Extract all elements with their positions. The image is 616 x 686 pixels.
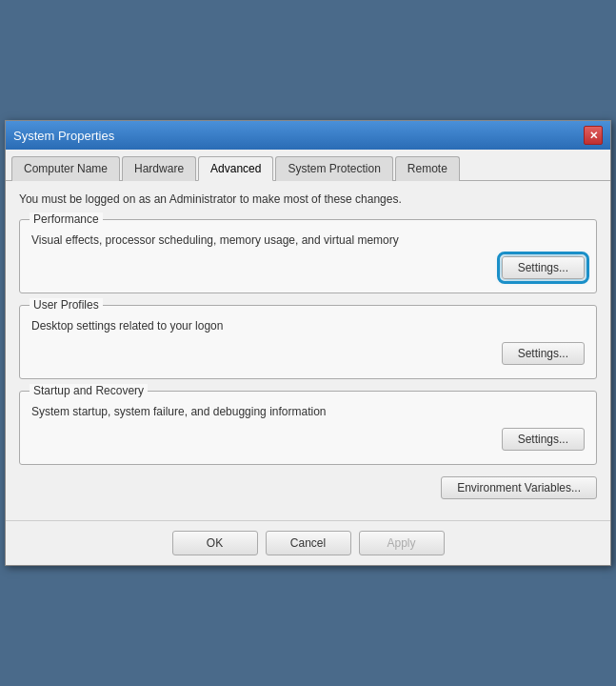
startup-recovery-group-label: Startup and Recovery [30, 384, 148, 397]
tab-computer-name[interactable]: Computer Name [11, 156, 120, 181]
tab-system-protection[interactable]: System Protection [275, 156, 392, 181]
tab-content: You must be logged on as an Administrato… [6, 181, 610, 520]
performance-desc: Visual effects, processor scheduling, me… [31, 233, 585, 247]
performance-group: Performance Visual effects, processor sc… [19, 219, 597, 293]
startup-recovery-desc: System startup, system failure, and debu… [31, 405, 585, 418]
footer: OK Cancel Apply [6, 520, 610, 565]
performance-group-label: Performance [30, 212, 103, 226]
startup-recovery-group: Startup and Recovery System startup, sys… [19, 391, 597, 465]
window-title: System Properties [13, 129, 114, 143]
titlebar: System Properties ✕ [6, 121, 610, 150]
ok-button[interactable]: OK [172, 531, 258, 555]
environment-variables-button[interactable]: Environment Variables... [441, 476, 597, 499]
cancel-button[interactable]: Cancel [266, 531, 351, 555]
user-profiles-settings-button[interactable]: Settings... [502, 342, 585, 365]
apply-button[interactable]: Apply [359, 531, 445, 555]
env-variables-row: Environment Variables... [19, 476, 597, 499]
user-profiles-desc: Desktop settings related to your logon [31, 319, 585, 333]
startup-recovery-settings-button[interactable]: Settings... [502, 428, 585, 451]
tab-advanced[interactable]: Advanced [198, 156, 273, 181]
close-icon: ✕ [589, 130, 598, 142]
performance-settings-button[interactable]: Settings... [502, 256, 585, 279]
close-button[interactable]: ✕ [584, 126, 603, 145]
tab-remote[interactable]: Remote [395, 156, 460, 181]
user-profiles-group: User Profiles Desktop settings related t… [19, 305, 597, 379]
tabs-container: Computer Name Hardware Advanced System P… [6, 150, 610, 181]
tab-hardware[interactable]: Hardware [122, 156, 196, 181]
user-profiles-group-label: User Profiles [30, 298, 103, 312]
system-properties-dialog: System Properties ✕ Computer Name Hardwa… [5, 120, 611, 566]
admin-info-text: You must be logged on as an Administrato… [19, 192, 597, 206]
